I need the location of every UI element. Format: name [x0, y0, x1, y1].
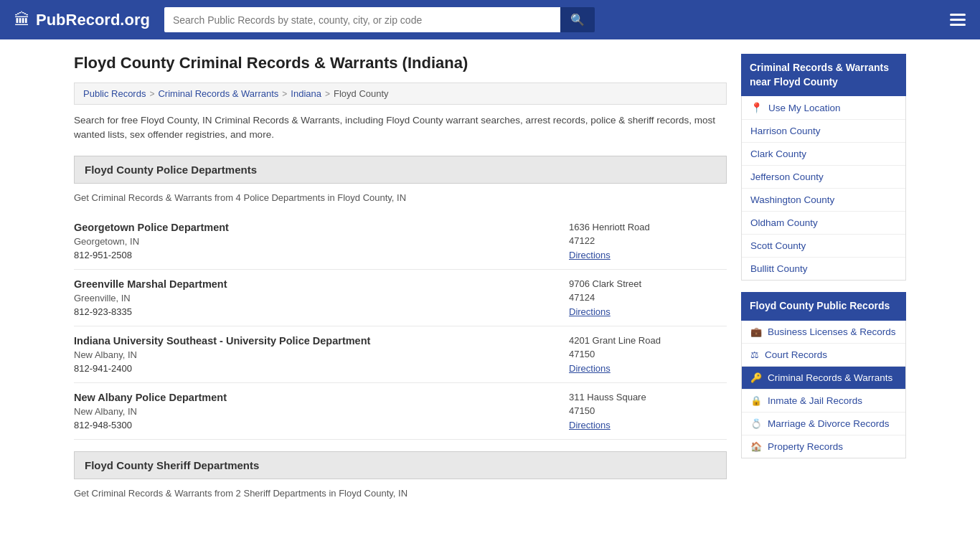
police-address-3: 311 Hauss Square: [569, 392, 727, 402]
police-directions-0[interactable]: Directions: [569, 250, 611, 260]
nearby-oldham[interactable]: Oldham County: [742, 212, 905, 235]
police-entry-3-right: 311 Hauss Square 47150 Directions: [569, 392, 727, 430]
pr-marriage[interactable]: 💍 Marriage & Divorce Records: [742, 413, 905, 435]
criminal-icon: 🔑: [750, 372, 762, 383]
police-name-1: Greenville Marshal Department: [74, 278, 555, 290]
nearby-harrison[interactable]: Harrison County: [742, 120, 905, 143]
public-records-header: Floyd County Public Records: [741, 292, 906, 321]
nearby-clark[interactable]: Clark County: [742, 143, 905, 166]
police-entry-2: Indiana University Southeast - Universit…: [74, 326, 727, 383]
police-city-1: Greenville, IN: [74, 293, 555, 303]
breadcrumb-indiana[interactable]: Indiana: [291, 88, 321, 99]
breadcrumb-sep-1: >: [149, 89, 154, 99]
menu-line-3: [950, 24, 966, 26]
police-zip-2: 47150: [569, 349, 727, 359]
nearby-washington[interactable]: Washington County: [742, 189, 905, 212]
pr-criminal[interactable]: 🔑 Criminal Records & Warrants: [742, 367, 905, 390]
sheriff-section-header: Floyd County Sheriff Departments: [74, 451, 727, 479]
police-entry-0-right: 1636 Henriott Road 47122 Directions: [569, 222, 727, 260]
police-directions-1[interactable]: Directions: [569, 306, 611, 317]
police-entry-1-left: Greenville Marshal Department Greenville…: [74, 278, 555, 317]
police-phone-0: 812-951-2508: [74, 250, 555, 260]
police-address-0: 1636 Henriott Road: [569, 222, 727, 232]
page-title: Floyd County Criminal Records & Warrants…: [74, 54, 727, 72]
business-icon: 💼: [750, 326, 762, 337]
nearby-scott[interactable]: Scott County: [742, 235, 905, 258]
police-zip-3: 47150: [569, 405, 727, 416]
pr-inmate[interactable]: 🔒 Inmate & Jail Records: [742, 390, 905, 413]
nearby-scott-label: Scott County: [750, 240, 806, 251]
police-entry-0: Georgetown Police Department Georgetown,…: [74, 213, 727, 270]
pr-property-label: Property Records: [768, 441, 843, 452]
search-input[interactable]: [164, 7, 560, 32]
property-icon: 🏠: [750, 441, 762, 452]
logo-icon: 🏛: [14, 11, 30, 29]
nearby-washington-label: Washington County: [750, 194, 834, 205]
police-zip-0: 47122: [569, 235, 727, 246]
search-button[interactable]: 🔍: [560, 7, 595, 32]
logo-text: PubRecord.org: [36, 11, 150, 29]
police-name-2: Indiana University Southeast - Universit…: [74, 335, 555, 347]
police-entry-0-left: Georgetown Police Department Georgetown,…: [74, 222, 555, 260]
nearby-oldham-label: Oldham County: [750, 217, 818, 228]
main-container: Floyd County Criminal Records & Warrants…: [60, 39, 920, 523]
breadcrumb-sep-3: >: [325, 89, 330, 99]
pr-court-label: Court Records: [765, 349, 827, 360]
pr-criminal-label: Criminal Records & Warrants: [768, 372, 892, 383]
location-icon: 📍: [750, 102, 763, 113]
menu-line-1: [950, 14, 966, 16]
menu-line-2: [950, 19, 966, 21]
pr-property[interactable]: 🏠 Property Records: [742, 435, 905, 458]
police-phone-2: 812-941-2400: [74, 363, 555, 374]
nearby-list: 📍 Use My Location Harrison County Clark …: [741, 96, 906, 281]
nearby-jefferson-label: Jefferson County: [750, 171, 824, 182]
nearby-harrison-label: Harrison County: [750, 126, 821, 136]
sidebar: Criminal Records & Warrants near Floyd C…: [741, 54, 906, 509]
breadcrumb-floyd-county: Floyd County: [334, 88, 389, 99]
police-city-0: Georgetown, IN: [74, 236, 555, 247]
use-my-location-label: Use My Location: [768, 103, 841, 113]
police-name-0: Georgetown Police Department: [74, 222, 555, 233]
page-description: Search for free Floyd County, IN Crimina…: [74, 113, 727, 143]
breadcrumb: Public Records > Criminal Records & Warr…: [74, 83, 727, 105]
content-area: Floyd County Criminal Records & Warrants…: [74, 54, 727, 509]
breadcrumb-criminal-records[interactable]: Criminal Records & Warrants: [158, 88, 278, 99]
site-header: 🏛 PubRecord.org 🔍: [0, 0, 980, 39]
police-directions-2[interactable]: Directions: [569, 363, 611, 374]
inmate-icon: 🔒: [750, 395, 762, 406]
search-bar: 🔍: [164, 7, 595, 32]
police-name-3: New Albany Police Department: [74, 392, 555, 403]
pr-inmate-label: Inmate & Jail Records: [768, 395, 862, 406]
police-phone-1: 812-923-8335: [74, 306, 555, 317]
nearby-header: Criminal Records & Warrants near Floyd C…: [741, 54, 906, 96]
breadcrumb-sep-2: >: [282, 89, 287, 99]
use-my-location[interactable]: 📍 Use My Location: [742, 96, 905, 120]
pr-marriage-label: Marriage & Divorce Records: [768, 418, 890, 429]
nearby-jefferson[interactable]: Jefferson County: [742, 166, 905, 189]
nearby-clark-label: Clark County: [750, 149, 806, 159]
police-phone-3: 812-948-5300: [74, 420, 555, 430]
police-zip-1: 47124: [569, 292, 727, 303]
police-entry-1-right: 9706 Clark Street 47124 Directions: [569, 278, 727, 317]
breadcrumb-public-records[interactable]: Public Records: [83, 88, 146, 99]
pr-business-label: Business Licenses & Records: [768, 326, 896, 337]
police-address-1: 9706 Clark Street: [569, 278, 727, 289]
site-logo[interactable]: 🏛 PubRecord.org: [14, 11, 150, 29]
police-sub-description: Get Criminal Records & Warrants from 4 P…: [74, 192, 727, 203]
police-address-2: 4201 Grant Line Road: [569, 335, 727, 346]
police-entry-2-right: 4201 Grant Line Road 47150 Directions: [569, 335, 727, 374]
pr-business[interactable]: 💼 Business Licenses & Records: [742, 321, 905, 344]
public-records-list: 💼 Business Licenses & Records ⚖ Court Re…: [741, 321, 906, 458]
pr-court[interactable]: ⚖ Court Records: [742, 344, 905, 367]
nearby-bullitt-label: Bullitt County: [750, 263, 808, 274]
police-city-3: New Albany, IN: [74, 406, 555, 417]
police-directions-3[interactable]: Directions: [569, 420, 611, 430]
police-entry-1: Greenville Marshal Department Greenville…: [74, 270, 727, 326]
nearby-box: Criminal Records & Warrants near Floyd C…: [741, 54, 906, 281]
police-entry-3-left: New Albany Police Department New Albany,…: [74, 392, 555, 430]
nearby-bullitt[interactable]: Bullitt County: [742, 258, 905, 280]
police-entry-3: New Albany Police Department New Albany,…: [74, 383, 727, 440]
court-icon: ⚖: [750, 349, 759, 360]
menu-button[interactable]: [950, 14, 966, 26]
police-city-2: New Albany, IN: [74, 349, 555, 360]
